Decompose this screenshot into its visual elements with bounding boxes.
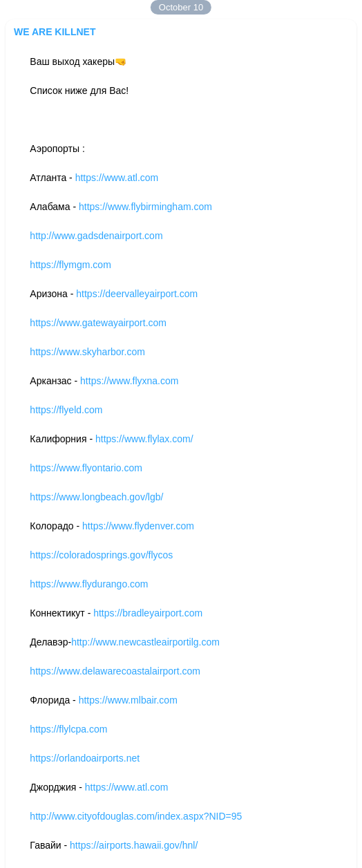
arkansas-link1[interactable]: https://www.flyxna.com bbox=[80, 375, 178, 386]
connecticut-link1[interactable]: https://bradleyairport.com bbox=[93, 607, 202, 619]
atlanta-label: Атланта - bbox=[30, 172, 75, 183]
georgia-link2[interactable]: http://www.cityofdouglas.com/index.aspx?… bbox=[30, 811, 242, 822]
alabama-link1[interactable]: https://www.flybirmingham.com bbox=[79, 201, 212, 212]
airports-label: Аэропорты : bbox=[30, 143, 84, 154]
florida-link1[interactable]: https://www.mlbair.com bbox=[79, 695, 178, 706]
alabama-label: Алабама - bbox=[30, 201, 79, 212]
intro-line2: Список ниже для Вас! bbox=[30, 85, 128, 96]
message-bubble: WE ARE KILLNET Ваш выход хакеры🤜 Список … bbox=[6, 19, 356, 868]
delaware-label: Делавэр- bbox=[30, 636, 71, 648]
hawaii-link1[interactable]: https://airports.hawaii.gov/hnl/ bbox=[70, 840, 198, 851]
arizona-label: Аризона - bbox=[30, 288, 76, 299]
date-badge: October 10 bbox=[151, 0, 211, 15]
delaware-link2[interactable]: https://www.delawarecoastalairport.com bbox=[30, 666, 200, 677]
colorado-link2[interactable]: https://coloradosprings.gov/flycos bbox=[30, 549, 173, 560]
message-container: October 10 WE ARE KILLNET Ваш выход хаке… bbox=[0, 0, 362, 868]
alabama-link3[interactable]: https://flymgm.com bbox=[30, 259, 111, 270]
colorado-link1[interactable]: https://www.flydenver.com bbox=[82, 520, 194, 531]
intro-line1: Ваш выход хакеры🤜 bbox=[30, 56, 126, 67]
arizona-link1[interactable]: https://deervalleyairport.com bbox=[76, 288, 198, 299]
atlanta-link[interactable]: https://www.atl.com bbox=[75, 172, 159, 183]
florida-link3[interactable]: https://orlandoairports.net bbox=[30, 753, 140, 764]
delaware-link1[interactable]: http://www.newcastleairportilg.com bbox=[71, 636, 220, 648]
alabama-link2[interactable]: http://www.gadsdenairport.com bbox=[30, 230, 162, 241]
hawaii-label: Гавайи - bbox=[30, 840, 70, 851]
connecticut-label: Коннектикут - bbox=[30, 607, 93, 619]
california-label: Калифорния - bbox=[30, 433, 95, 444]
california-link2[interactable]: https://www.flyontario.com bbox=[30, 462, 142, 473]
arizona-link2[interactable]: https://www.gatewayairport.com bbox=[30, 317, 166, 328]
arkansas-link2[interactable]: https://flyeld.com bbox=[30, 404, 102, 415]
arkansas-label: Арканзас - bbox=[30, 375, 80, 386]
california-link1[interactable]: https://www.flylax.com/ bbox=[95, 433, 193, 444]
colorado-link3[interactable]: https://www.flydurango.com bbox=[30, 578, 148, 589]
florida-link2[interactable]: https://flylcpa.com bbox=[30, 724, 107, 735]
georgia-link1[interactable]: https://www.atl.com bbox=[85, 782, 169, 793]
california-link3[interactable]: https://www.longbeach.gov/lgb/ bbox=[30, 491, 163, 502]
arizona-link3[interactable]: https://www.skyharbor.com bbox=[30, 346, 145, 357]
colorado-label: Колорадо - bbox=[30, 520, 82, 531]
message-body: Ваш выход хакеры🤜 Список ниже для Вас! А… bbox=[14, 40, 348, 868]
florida-label: Флорида - bbox=[30, 695, 78, 706]
georgia-label: Джорджия - bbox=[30, 782, 84, 793]
channel-name[interactable]: WE ARE KILLNET bbox=[14, 26, 348, 37]
